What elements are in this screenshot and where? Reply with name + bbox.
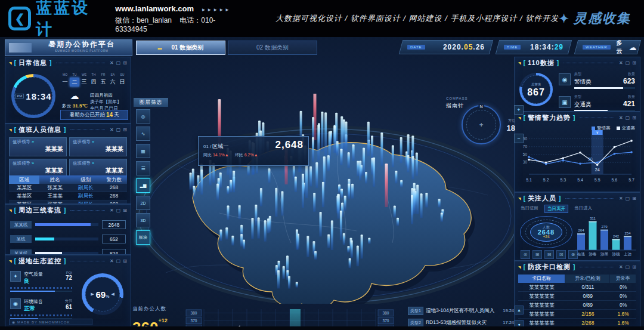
lunar-calendar: 闰四月初四庚子年【鼠年】辛巳月 己巳日: [90, 92, 122, 112]
window-icon[interactable]: ▢: [116, 208, 121, 213]
layer-button-location[interactable]: ◎: [136, 109, 150, 124]
expand-icon[interactable]: ⊞: [123, 258, 127, 264]
eco-meter: [10, 314, 72, 316]
focus-icon-2[interactable]: ⊞: [532, 250, 542, 259]
clock-time: 18:34: [26, 91, 51, 101]
window-icon[interactable]: ▢: [626, 115, 630, 121]
office-count-label: 当前办公人数: [132, 306, 185, 313]
tab-data-category-2[interactable]: 02 数据类别: [228, 41, 317, 55]
环境噪音: ◉环境噪音正常分贝61: [10, 298, 72, 319]
duty-cell: 王某某: [39, 192, 70, 200]
inspiration-collect[interactable]: ✦ 灵感收集: [559, 10, 631, 27]
layer-button-block[interactable]: 板块: [136, 230, 150, 245]
close-icon[interactable]: ✕: [619, 115, 623, 121]
checkpoint-col-1[interactable]: 卡口名称: [518, 275, 565, 283]
focus-tab-1[interactable]: 当日驻留: [518, 205, 541, 213]
layer-button-grid[interactable]: ▦: [136, 144, 150, 158]
window-icon[interactable]: ▢: [116, 60, 121, 66]
table-row[interactable]: 某某区王某某副局长268: [9, 192, 127, 201]
analog-clock: PM 18:34: [11, 74, 55, 118]
table-row[interactable]: 某某区张某某副局长268: [9, 184, 127, 192]
trend-line-chart: 90705030∨30245.15.25.35.45.55.65.7: [517, 129, 636, 190]
compass-dial[interactable]: N ✛: [462, 105, 501, 144]
eco-meter: [10, 287, 72, 289]
flow-row: 某某线2648: [10, 220, 126, 229]
close-icon[interactable]: ✕: [110, 60, 114, 66]
window-icon[interactable]: ▢: [116, 258, 121, 264]
expand-icon[interactable]: ⊞: [123, 127, 127, 132]
table-row[interactable]: 某某某某某0/890%: [518, 301, 636, 310]
focus-icon-3[interactable]: ⊟: [544, 250, 554, 259]
compass-widget: COMPASS 指南针 N ✛ + − 方位 18: [444, 97, 524, 153]
cp-rate: 0%: [610, 283, 636, 291]
zoom-out-button[interactable]: −: [514, 134, 524, 143]
flow-label: 某线: [10, 235, 32, 243]
checkpoint-col-2: 异常/已检测: [565, 275, 610, 283]
window-controls: ✕▢⊞: [619, 264, 636, 270]
weekday-cn[interactable]: 二: [70, 78, 79, 87]
focus-tab-2[interactable]: 当日离开: [544, 205, 568, 213]
table-row[interactable]: 某某某某某2/1561.6%: [518, 310, 636, 319]
website-link[interactable]: www.lanlanwork.com: [115, 4, 194, 13]
zoom-in-button[interactable]: +: [514, 105, 524, 115]
focus-icon-4[interactable]: ⊡: [556, 250, 566, 259]
focus-icon-1[interactable]: ⊙: [521, 250, 530, 259]
window-icon[interactable]: ▢: [116, 127, 121, 132]
tab-data-category-1[interactable]: 01 数据类别: [136, 41, 225, 55]
weekday-en: TU: [70, 73, 79, 76]
close-icon[interactable]: ✕: [110, 127, 114, 132]
panel-eco-monitor: ◥[ 湿地生态监控 ]✕▢⊞ ✦空气质量良PQI72◉环境噪音正常分贝61 ▶ …: [5, 255, 131, 328]
call-type-row: ▣类型数量交通类421: [559, 94, 635, 112]
window-icon[interactable]: ▢: [626, 60, 630, 66]
duty-leader-card[interactable]: 值班领导 »某某某: [9, 137, 67, 156]
eco-slider[interactable]: [10, 291, 72, 292]
weekday-cn[interactable]: 五: [98, 78, 108, 87]
layer-button-2d[interactable]: 2D: [136, 196, 150, 210]
svg-text:上访: 上访: [624, 252, 632, 256]
eco-unit: 分贝: [65, 298, 72, 304]
close-icon[interactable]: ✕: [110, 208, 114, 213]
expand-icon[interactable]: ⊞: [632, 115, 636, 121]
panel-daily-info: ◥[ 日常信息 ]✕▢⊞ PM 18:34 MOTUWETHFRSASU一二三四…: [5, 57, 131, 124]
weekday-cn[interactable]: 三: [79, 78, 89, 87]
panel-passenger-flow: ◥[ 周边三线客流 ]✕▢⊞ 某某线2648某线652某某线824: [5, 204, 131, 255]
layer-button-list[interactable]: ☰: [136, 161, 150, 175]
close-icon[interactable]: ✕: [619, 60, 623, 66]
duty-col-header: 警力数: [101, 175, 127, 184]
close-icon[interactable]: ✕: [619, 264, 623, 270]
weekday-cn[interactable]: 日: [117, 78, 127, 87]
alert-row[interactable]: 类型1湿地3-104片区有不明人员闯入19:24: [408, 306, 514, 316]
table-row[interactable]: 某某某某某0/890%: [518, 292, 636, 301]
svg-text:5.7: 5.7: [628, 178, 634, 182]
layer-button-bar-chart[interactable]: ▂▆: [136, 178, 150, 193]
duty-leader-card[interactable]: 值班领导 »某某某: [69, 137, 127, 156]
layer-button-3d[interactable]: 3D: [136, 213, 150, 227]
type-bar-fill: [574, 87, 623, 89]
close-icon[interactable]: ✕: [619, 196, 623, 201]
table-row[interactable]: 某某某某某0/3110%: [518, 283, 636, 292]
cp-detect: 2/156: [565, 310, 610, 318]
call-type-rows: ◉类型数量警情类623▣类型数量交通类421: [559, 72, 635, 112]
scroll-up-icon[interactable]: ▲: [515, 306, 524, 314]
focus-delta: +24: [521, 235, 572, 239]
expand-icon[interactable]: ⊞: [123, 208, 127, 213]
window-icon[interactable]: ▢: [626, 264, 630, 270]
wechat-label: 微信：ben_lanlan: [115, 16, 172, 24]
flow-value: 2648: [102, 220, 126, 229]
expand-icon[interactable]: ⊞: [632, 196, 636, 201]
weekday-cn[interactable]: 六: [108, 78, 117, 87]
expand-icon[interactable]: ⊞: [632, 264, 636, 270]
flow-fill: [35, 238, 54, 240]
close-icon[interactable]: ✕: [110, 258, 114, 264]
weekday-cn[interactable]: 一: [60, 78, 70, 87]
expand-icon[interactable]: ⊞: [123, 60, 127, 66]
window-icon[interactable]: ▢: [626, 196, 630, 201]
panel-title: 周边三线客流: [18, 206, 61, 215]
expand-icon[interactable]: ⊞: [632, 60, 636, 66]
type-count: 623: [623, 77, 635, 85]
layer-button-signal[interactable]: ∿: [136, 127, 150, 141]
calls-total: 867: [527, 87, 545, 98]
platform-subtitle: SUMMER WORKING PLATFORM: [36, 48, 126, 54]
yoy-value: 14.1%▲: [213, 153, 229, 157]
weekday-cn[interactable]: 四: [89, 78, 98, 87]
